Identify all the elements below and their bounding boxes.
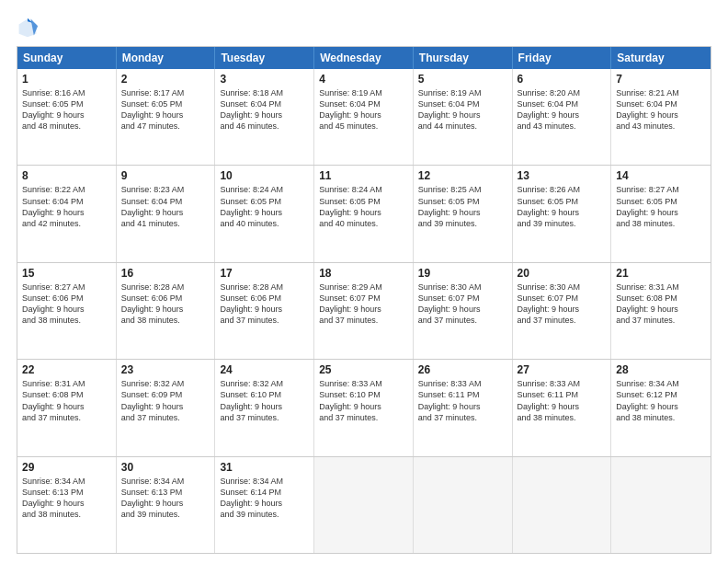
- calendar-cell: 23Sunrise: 8:32 AM Sunset: 6:09 PM Dayli…: [117, 360, 216, 455]
- calendar-header-cell: Tuesday: [215, 47, 314, 69]
- calendar-cell: 28Sunrise: 8:34 AM Sunset: 6:12 PM Dayli…: [611, 360, 711, 455]
- logo: [17, 17, 42, 39]
- day-number: 1: [22, 73, 111, 86]
- calendar-cell: 9Sunrise: 8:23 AM Sunset: 6:04 PM Daylig…: [117, 166, 216, 261]
- day-info: Sunrise: 8:28 AM Sunset: 6:06 PM Dayligh…: [121, 282, 210, 327]
- calendar-cell: 1Sunrise: 8:16 AM Sunset: 6:05 PM Daylig…: [17, 69, 117, 165]
- calendar-cell: 15Sunrise: 8:27 AM Sunset: 6:06 PM Dayli…: [17, 263, 117, 359]
- day-info: Sunrise: 8:32 AM Sunset: 6:10 PM Dayligh…: [220, 378, 309, 423]
- day-number: 23: [121, 363, 210, 376]
- calendar-cell: [414, 457, 513, 553]
- calendar-week: 1Sunrise: 8:16 AM Sunset: 6:05 PM Daylig…: [17, 69, 711, 166]
- calendar-cell: 16Sunrise: 8:28 AM Sunset: 6:06 PM Dayli…: [117, 263, 216, 359]
- calendar-cell: 2Sunrise: 8:17 AM Sunset: 6:05 PM Daylig…: [117, 69, 216, 165]
- day-number: 3: [220, 73, 309, 86]
- calendar-cell: 18Sunrise: 8:29 AM Sunset: 6:07 PM Dayli…: [314, 263, 414, 359]
- calendar-cell: 5Sunrise: 8:19 AM Sunset: 6:04 PM Daylig…: [414, 69, 513, 165]
- calendar-cell: 7Sunrise: 8:21 AM Sunset: 6:04 PM Daylig…: [611, 69, 711, 165]
- day-info: Sunrise: 8:33 AM Sunset: 6:11 PM Dayligh…: [518, 378, 607, 423]
- calendar-cell: 12Sunrise: 8:25 AM Sunset: 6:05 PM Dayli…: [414, 166, 513, 261]
- calendar-header-cell: Thursday: [414, 47, 513, 69]
- day-number: 10: [220, 169, 309, 182]
- calendar: SundayMondayTuesdayWednesdayThursdayFrid…: [17, 46, 711, 554]
- day-number: 14: [616, 169, 706, 182]
- day-info: Sunrise: 8:19 AM Sunset: 6:04 PM Dayligh…: [418, 87, 507, 132]
- calendar-week: 29Sunrise: 8:34 AM Sunset: 6:13 PM Dayli…: [17, 457, 711, 553]
- day-number: 20: [518, 267, 607, 280]
- day-info: Sunrise: 8:25 AM Sunset: 6:05 PM Dayligh…: [418, 184, 507, 229]
- day-number: 21: [616, 267, 706, 280]
- day-number: 29: [22, 461, 111, 474]
- day-info: Sunrise: 8:30 AM Sunset: 6:07 PM Dayligh…: [518, 282, 607, 327]
- day-number: 2: [121, 73, 210, 86]
- day-number: 30: [121, 461, 210, 474]
- day-number: 13: [518, 169, 607, 182]
- day-number: 16: [121, 267, 210, 280]
- calendar-cell: 19Sunrise: 8:30 AM Sunset: 6:07 PM Dayli…: [414, 263, 513, 359]
- day-info: Sunrise: 8:33 AM Sunset: 6:10 PM Dayligh…: [319, 378, 408, 423]
- calendar-cell: 29Sunrise: 8:34 AM Sunset: 6:13 PM Dayli…: [17, 457, 117, 553]
- day-info: Sunrise: 8:20 AM Sunset: 6:04 PM Dayligh…: [518, 87, 607, 132]
- day-info: Sunrise: 8:22 AM Sunset: 6:04 PM Dayligh…: [22, 184, 111, 229]
- day-number: 9: [121, 169, 210, 182]
- day-info: Sunrise: 8:30 AM Sunset: 6:07 PM Dayligh…: [418, 282, 507, 327]
- calendar-cell: [611, 457, 711, 553]
- day-number: 5: [418, 73, 507, 86]
- day-info: Sunrise: 8:31 AM Sunset: 6:08 PM Dayligh…: [616, 282, 706, 327]
- calendar-week: 15Sunrise: 8:27 AM Sunset: 6:06 PM Dayli…: [17, 263, 711, 360]
- day-info: Sunrise: 8:24 AM Sunset: 6:05 PM Dayligh…: [220, 184, 309, 229]
- day-info: Sunrise: 8:26 AM Sunset: 6:05 PM Dayligh…: [518, 184, 607, 229]
- day-number: 15: [22, 267, 111, 280]
- calendar-cell: 27Sunrise: 8:33 AM Sunset: 6:11 PM Dayli…: [513, 360, 612, 455]
- calendar-cell: 21Sunrise: 8:31 AM Sunset: 6:08 PM Dayli…: [611, 263, 711, 359]
- calendar-cell: 24Sunrise: 8:32 AM Sunset: 6:10 PM Dayli…: [215, 360, 314, 455]
- calendar-cell: [314, 457, 414, 553]
- day-number: 31: [220, 461, 309, 474]
- calendar-header: SundayMondayTuesdayWednesdayThursdayFrid…: [17, 47, 711, 69]
- calendar-cell: 8Sunrise: 8:22 AM Sunset: 6:04 PM Daylig…: [17, 166, 117, 261]
- calendar-cell: 13Sunrise: 8:26 AM Sunset: 6:05 PM Dayli…: [513, 166, 612, 261]
- day-info: Sunrise: 8:27 AM Sunset: 6:06 PM Dayligh…: [22, 282, 111, 327]
- day-info: Sunrise: 8:34 AM Sunset: 6:13 PM Dayligh…: [22, 476, 111, 521]
- day-number: 4: [319, 73, 408, 86]
- header-row: [17, 17, 711, 39]
- day-info: Sunrise: 8:19 AM Sunset: 6:04 PM Dayligh…: [319, 87, 408, 132]
- page: SundayMondayTuesdayWednesdayThursdayFrid…: [0, 0, 728, 563]
- day-info: Sunrise: 8:33 AM Sunset: 6:11 PM Dayligh…: [418, 378, 507, 423]
- calendar-header-cell: Friday: [513, 47, 612, 69]
- day-number: 27: [518, 363, 607, 376]
- calendar-cell: 26Sunrise: 8:33 AM Sunset: 6:11 PM Dayli…: [414, 360, 513, 455]
- calendar-cell: 20Sunrise: 8:30 AM Sunset: 6:07 PM Dayli…: [513, 263, 612, 359]
- day-info: Sunrise: 8:27 AM Sunset: 6:05 PM Dayligh…: [616, 184, 706, 229]
- day-number: 22: [22, 363, 111, 376]
- day-info: Sunrise: 8:21 AM Sunset: 6:04 PM Dayligh…: [616, 87, 706, 132]
- day-number: 28: [616, 363, 706, 376]
- day-number: 6: [518, 73, 607, 86]
- calendar-week: 8Sunrise: 8:22 AM Sunset: 6:04 PM Daylig…: [17, 166, 711, 262]
- day-number: 12: [418, 169, 507, 182]
- day-info: Sunrise: 8:17 AM Sunset: 6:05 PM Dayligh…: [121, 87, 210, 132]
- day-number: 11: [319, 169, 408, 182]
- day-number: 25: [319, 363, 408, 376]
- day-number: 7: [616, 73, 706, 86]
- calendar-cell: 25Sunrise: 8:33 AM Sunset: 6:10 PM Dayli…: [314, 360, 414, 455]
- day-info: Sunrise: 8:29 AM Sunset: 6:07 PM Dayligh…: [319, 282, 408, 327]
- day-info: Sunrise: 8:31 AM Sunset: 6:08 PM Dayligh…: [22, 378, 111, 423]
- calendar-cell: 3Sunrise: 8:18 AM Sunset: 6:04 PM Daylig…: [215, 69, 314, 165]
- calendar-body: 1Sunrise: 8:16 AM Sunset: 6:05 PM Daylig…: [17, 69, 711, 553]
- calendar-cell: [513, 457, 612, 553]
- calendar-cell: 4Sunrise: 8:19 AM Sunset: 6:04 PM Daylig…: [314, 69, 414, 165]
- day-number: 17: [220, 267, 309, 280]
- day-number: 18: [319, 267, 408, 280]
- calendar-cell: 31Sunrise: 8:34 AM Sunset: 6:14 PM Dayli…: [215, 457, 314, 553]
- calendar-cell: 11Sunrise: 8:24 AM Sunset: 6:05 PM Dayli…: [314, 166, 414, 261]
- calendar-header-cell: Wednesday: [314, 47, 414, 69]
- calendar-cell: 17Sunrise: 8:28 AM Sunset: 6:06 PM Dayli…: [215, 263, 314, 359]
- calendar-cell: 6Sunrise: 8:20 AM Sunset: 6:04 PM Daylig…: [513, 69, 612, 165]
- calendar-cell: 14Sunrise: 8:27 AM Sunset: 6:05 PM Dayli…: [611, 166, 711, 261]
- day-info: Sunrise: 8:23 AM Sunset: 6:04 PM Dayligh…: [121, 184, 210, 229]
- day-info: Sunrise: 8:34 AM Sunset: 6:14 PM Dayligh…: [220, 476, 309, 521]
- day-info: Sunrise: 8:34 AM Sunset: 6:13 PM Dayligh…: [121, 476, 210, 521]
- day-info: Sunrise: 8:18 AM Sunset: 6:04 PM Dayligh…: [220, 87, 309, 132]
- calendar-cell: 30Sunrise: 8:34 AM Sunset: 6:13 PM Dayli…: [117, 457, 216, 553]
